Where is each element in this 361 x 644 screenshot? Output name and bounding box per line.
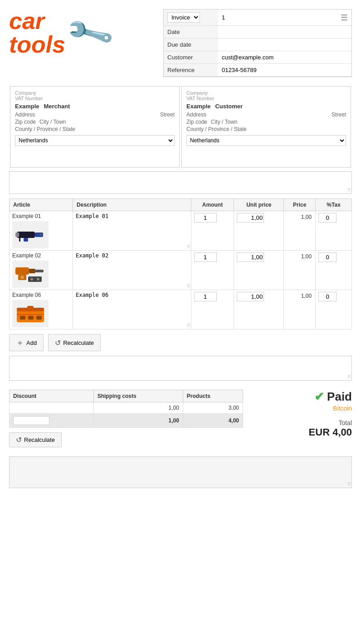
list-icon[interactable]: ☰ [341,13,348,23]
total-amount: EUR 4,00 [252,426,352,438]
svg-rect-6 [15,267,29,275]
item-price-display: 1,00 [287,213,312,221]
item-desc-textarea[interactable]: Example 02 [76,252,188,284]
customer-name-row: Example Customer [186,103,346,110]
svg-point-13 [37,278,39,281]
totals-table: Discount Shipping costs Products 1,00 3,… [9,390,243,428]
item-tax-cell[interactable] [316,290,352,329]
customer-city-row: Zip code City / Town [186,119,346,125]
header: car tools 🔧 Invoice [0,0,361,86]
item-desc-cell[interactable]: Example 02 [73,251,191,290]
due-date-input[interactable] [222,41,348,48]
discount-input-cell[interactable] [10,414,94,428]
item-price-display: 1,00 [287,292,312,300]
item-unit-price-input[interactable] [237,292,264,301]
item-desc-textarea[interactable]: Example 01 [76,213,188,245]
item-tax-cell[interactable] [316,211,352,251]
invoice-number-input[interactable]: 1 [222,14,341,21]
svg-rect-20 [36,316,42,320]
notes-area-1[interactable] [9,171,352,194]
recalculate-button-1[interactable]: ↺ Recalculate [48,334,101,351]
discount-input[interactable] [13,416,49,425]
paid-label: Paid [327,390,352,404]
bottom-notes[interactable] [9,456,352,488]
item-tax-input[interactable] [318,252,337,262]
merchant-street: Street [160,111,175,118]
reference-input[interactable]: 01234-56789 [222,67,348,73]
item-tax-cell[interactable] [316,251,352,290]
item-amount-cell[interactable] [191,251,234,290]
customer-country-select[interactable]: Netherlands [186,135,346,146]
add-icon: ＋ [16,337,24,348]
svg-rect-8 [35,270,44,272]
svg-point-5 [39,233,42,236]
merchant-country-select[interactable]: Netherlands [15,135,175,146]
col-amount: Amount [191,199,234,211]
merchant-county-row: County / Province / State [15,126,175,132]
notes-area-2[interactable] [9,356,352,381]
item-tax-input[interactable] [318,213,337,223]
shipping-val-1: 1,00 [93,402,183,414]
item-price-cell: 1,00 [284,211,316,251]
item-desc-cell[interactable]: Example 06 [73,290,191,329]
item-article-cell: Example 02 [10,251,73,290]
merchant-city-row: Zip code City / Town [15,119,175,125]
discount-val-1 [10,402,94,414]
col-description: Description [73,199,191,211]
customer-city-label: City / Town [211,119,237,125]
col-shipping: Shipping costs [93,390,183,402]
totals-row-1: 1,00 3,00 [10,402,243,414]
item-desc-cell[interactable]: Example 01 [73,211,191,251]
customer-name1: Example [186,103,210,110]
customer-address-label: Address [186,111,206,118]
svg-rect-2 [15,232,19,237]
due-date-label: Due date [164,39,218,51]
col-price: Price [284,199,316,211]
customer-address-block: Company VAT Number Example Customer Addr… [181,86,351,168]
item-price-display: 1,00 [287,252,312,261]
merchant-name2: Merchant [44,103,70,110]
invoice-meta: Invoice 1 ☰ Date Due date [163,9,352,77]
paid-badge: ✔ Paid [252,390,352,404]
customer-company-label: Company [186,90,346,96]
bitcoin-label: Bitcoin [252,405,352,412]
merchant-country-row: Netherlands [15,135,175,146]
item-unit-price-cell[interactable] [234,211,284,251]
item-unit-price-cell[interactable] [234,290,284,329]
item-unit-price-input[interactable] [237,213,264,223]
item-unit-price-input[interactable] [237,252,264,262]
svg-rect-7 [29,269,35,273]
invoice-type-row: Invoice 1 ☰ [164,10,351,26]
item-amount-input[interactable] [194,252,217,262]
products-val-1: 3,00 [183,402,243,414]
add-label: Add [26,339,37,346]
col-unit-price: Unit price [234,199,284,211]
invoice-type-select[interactable]: Invoice [167,12,200,23]
add-button[interactable]: ＋ Add [9,334,44,351]
customer-vat-label: VAT Number [186,96,346,101]
address-section: Company VAT Number Example Merchant Addr… [0,86,361,168]
item-desc-textarea[interactable]: Example 06 [76,292,188,324]
totals-header-row: Discount Shipping costs Products [10,390,243,402]
merchant-city-label: City / Town [39,119,66,125]
date-input[interactable] [222,29,348,35]
merchant-address-label: Address [15,111,35,118]
actions-row: ＋ Add ↺ Recalculate [9,334,352,351]
customer-input[interactable]: cust@example.com [222,54,348,61]
item-unit-price-cell[interactable] [234,251,284,290]
svg-rect-17 [17,314,44,315]
item-amount-cell[interactable] [191,290,234,329]
svg-rect-11 [28,276,42,282]
recalculate-button-2[interactable]: ↺ Recalculate [9,432,62,447]
items-section: Article Description Amount Unit price Pr… [9,199,352,329]
item-amount-cell[interactable] [191,211,234,251]
merchant-address-row: Address Street [15,111,175,118]
item-amount-input[interactable] [194,213,217,223]
payment-info: ✔ Paid Bitcoin Total EUR 4,00 [252,390,352,438]
table-row: Example 06 Example 06 1,00 [10,290,352,329]
item-tax-input[interactable] [318,292,337,301]
svg-point-10 [20,276,24,279]
merchant-vat-label: VAT Number [15,96,175,101]
item-amount-input[interactable] [194,292,217,301]
logo-text: car tools [9,9,65,56]
